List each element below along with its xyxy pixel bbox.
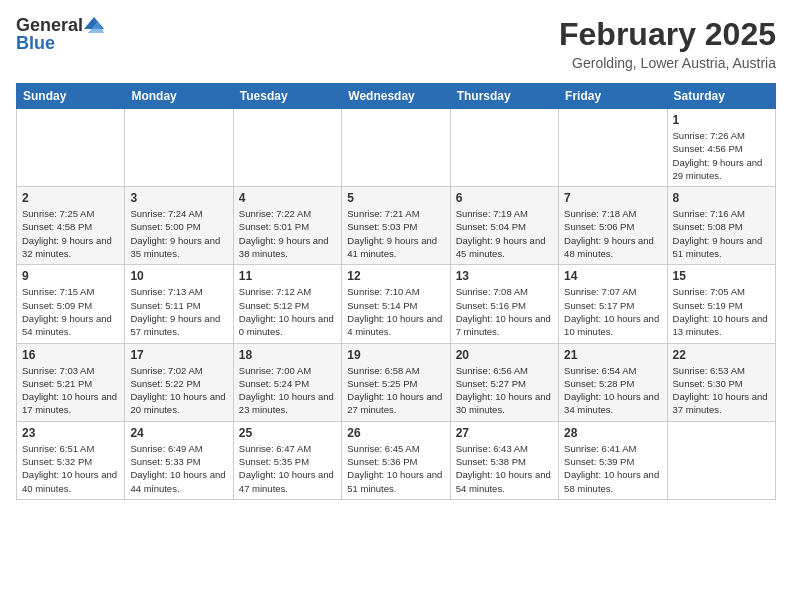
calendar-cell: 20Sunrise: 6:56 AM Sunset: 5:27 PM Dayli… — [450, 343, 558, 421]
calendar-cell: 27Sunrise: 6:43 AM Sunset: 5:38 PM Dayli… — [450, 421, 558, 499]
calendar-header-row: SundayMondayTuesdayWednesdayThursdayFrid… — [17, 84, 776, 109]
calendar-cell: 21Sunrise: 6:54 AM Sunset: 5:28 PM Dayli… — [559, 343, 667, 421]
page-header: General Blue February 2025 Gerolding, Lo… — [16, 16, 776, 71]
logo: General Blue — [16, 16, 104, 52]
column-header-tuesday: Tuesday — [233, 84, 341, 109]
column-header-sunday: Sunday — [17, 84, 125, 109]
calendar-cell: 3Sunrise: 7:24 AM Sunset: 5:00 PM Daylig… — [125, 187, 233, 265]
day-info: Sunrise: 7:07 AM Sunset: 5:17 PM Dayligh… — [564, 285, 661, 338]
day-number: 27 — [456, 426, 553, 440]
calendar-cell: 17Sunrise: 7:02 AM Sunset: 5:22 PM Dayli… — [125, 343, 233, 421]
day-number: 15 — [673, 269, 770, 283]
day-info: Sunrise: 7:24 AM Sunset: 5:00 PM Dayligh… — [130, 207, 227, 260]
day-info: Sunrise: 6:58 AM Sunset: 5:25 PM Dayligh… — [347, 364, 444, 417]
calendar-cell: 18Sunrise: 7:00 AM Sunset: 5:24 PM Dayli… — [233, 343, 341, 421]
calendar-cell: 13Sunrise: 7:08 AM Sunset: 5:16 PM Dayli… — [450, 265, 558, 343]
calendar-week-row: 16Sunrise: 7:03 AM Sunset: 5:21 PM Dayli… — [17, 343, 776, 421]
calendar-cell: 2Sunrise: 7:25 AM Sunset: 4:58 PM Daylig… — [17, 187, 125, 265]
day-info: Sunrise: 7:19 AM Sunset: 5:04 PM Dayligh… — [456, 207, 553, 260]
day-number: 16 — [22, 348, 119, 362]
day-info: Sunrise: 6:41 AM Sunset: 5:39 PM Dayligh… — [564, 442, 661, 495]
calendar-cell: 26Sunrise: 6:45 AM Sunset: 5:36 PM Dayli… — [342, 421, 450, 499]
calendar-cell: 16Sunrise: 7:03 AM Sunset: 5:21 PM Dayli… — [17, 343, 125, 421]
day-info: Sunrise: 7:25 AM Sunset: 4:58 PM Dayligh… — [22, 207, 119, 260]
calendar-cell: 8Sunrise: 7:16 AM Sunset: 5:08 PM Daylig… — [667, 187, 775, 265]
calendar-cell: 28Sunrise: 6:41 AM Sunset: 5:39 PM Dayli… — [559, 421, 667, 499]
calendar-cell: 5Sunrise: 7:21 AM Sunset: 5:03 PM Daylig… — [342, 187, 450, 265]
month-year: February 2025 — [559, 16, 776, 53]
day-number: 26 — [347, 426, 444, 440]
calendar-cell: 10Sunrise: 7:13 AM Sunset: 5:11 PM Dayli… — [125, 265, 233, 343]
day-info: Sunrise: 6:56 AM Sunset: 5:27 PM Dayligh… — [456, 364, 553, 417]
calendar-cell — [125, 109, 233, 187]
calendar-cell: 15Sunrise: 7:05 AM Sunset: 5:19 PM Dayli… — [667, 265, 775, 343]
location: Gerolding, Lower Austria, Austria — [559, 55, 776, 71]
calendar-cell: 14Sunrise: 7:07 AM Sunset: 5:17 PM Dayli… — [559, 265, 667, 343]
calendar-table: SundayMondayTuesdayWednesdayThursdayFrid… — [16, 83, 776, 500]
day-info: Sunrise: 7:13 AM Sunset: 5:11 PM Dayligh… — [130, 285, 227, 338]
column-header-friday: Friday — [559, 84, 667, 109]
calendar-cell — [17, 109, 125, 187]
day-number: 14 — [564, 269, 661, 283]
day-info: Sunrise: 6:49 AM Sunset: 5:33 PM Dayligh… — [130, 442, 227, 495]
day-number: 8 — [673, 191, 770, 205]
day-info: Sunrise: 7:16 AM Sunset: 5:08 PM Dayligh… — [673, 207, 770, 260]
day-number: 2 — [22, 191, 119, 205]
day-info: Sunrise: 7:21 AM Sunset: 5:03 PM Dayligh… — [347, 207, 444, 260]
day-info: Sunrise: 6:54 AM Sunset: 5:28 PM Dayligh… — [564, 364, 661, 417]
day-info: Sunrise: 7:00 AM Sunset: 5:24 PM Dayligh… — [239, 364, 336, 417]
day-number: 7 — [564, 191, 661, 205]
day-info: Sunrise: 7:03 AM Sunset: 5:21 PM Dayligh… — [22, 364, 119, 417]
day-info: Sunrise: 7:08 AM Sunset: 5:16 PM Dayligh… — [456, 285, 553, 338]
day-number: 10 — [130, 269, 227, 283]
calendar-week-row: 2Sunrise: 7:25 AM Sunset: 4:58 PM Daylig… — [17, 187, 776, 265]
day-info: Sunrise: 6:51 AM Sunset: 5:32 PM Dayligh… — [22, 442, 119, 495]
logo-blue-text: Blue — [16, 34, 55, 52]
calendar-cell — [233, 109, 341, 187]
day-number: 13 — [456, 269, 553, 283]
day-number: 19 — [347, 348, 444, 362]
calendar-cell: 19Sunrise: 6:58 AM Sunset: 5:25 PM Dayli… — [342, 343, 450, 421]
day-number: 6 — [456, 191, 553, 205]
logo-icon — [84, 17, 104, 33]
calendar-cell: 24Sunrise: 6:49 AM Sunset: 5:33 PM Dayli… — [125, 421, 233, 499]
day-info: Sunrise: 7:15 AM Sunset: 5:09 PM Dayligh… — [22, 285, 119, 338]
day-info: Sunrise: 7:18 AM Sunset: 5:06 PM Dayligh… — [564, 207, 661, 260]
day-number: 4 — [239, 191, 336, 205]
day-number: 23 — [22, 426, 119, 440]
title-block: February 2025 Gerolding, Lower Austria, … — [559, 16, 776, 71]
calendar-week-row: 23Sunrise: 6:51 AM Sunset: 5:32 PM Dayli… — [17, 421, 776, 499]
calendar-cell: 7Sunrise: 7:18 AM Sunset: 5:06 PM Daylig… — [559, 187, 667, 265]
day-info: Sunrise: 6:47 AM Sunset: 5:35 PM Dayligh… — [239, 442, 336, 495]
calendar-cell: 12Sunrise: 7:10 AM Sunset: 5:14 PM Dayli… — [342, 265, 450, 343]
day-number: 9 — [22, 269, 119, 283]
column-header-thursday: Thursday — [450, 84, 558, 109]
day-info: Sunrise: 6:53 AM Sunset: 5:30 PM Dayligh… — [673, 364, 770, 417]
day-number: 18 — [239, 348, 336, 362]
day-number: 1 — [673, 113, 770, 127]
calendar-cell: 9Sunrise: 7:15 AM Sunset: 5:09 PM Daylig… — [17, 265, 125, 343]
calendar-cell — [342, 109, 450, 187]
logo-general-text: General — [16, 16, 83, 34]
day-info: Sunrise: 7:02 AM Sunset: 5:22 PM Dayligh… — [130, 364, 227, 417]
calendar-week-row: 1Sunrise: 7:26 AM Sunset: 4:56 PM Daylig… — [17, 109, 776, 187]
day-info: Sunrise: 6:43 AM Sunset: 5:38 PM Dayligh… — [456, 442, 553, 495]
calendar-week-row: 9Sunrise: 7:15 AM Sunset: 5:09 PM Daylig… — [17, 265, 776, 343]
column-header-monday: Monday — [125, 84, 233, 109]
calendar-cell: 22Sunrise: 6:53 AM Sunset: 5:30 PM Dayli… — [667, 343, 775, 421]
day-number: 3 — [130, 191, 227, 205]
calendar-cell: 25Sunrise: 6:47 AM Sunset: 5:35 PM Dayli… — [233, 421, 341, 499]
column-header-wednesday: Wednesday — [342, 84, 450, 109]
day-info: Sunrise: 7:22 AM Sunset: 5:01 PM Dayligh… — [239, 207, 336, 260]
calendar-cell — [559, 109, 667, 187]
column-header-saturday: Saturday — [667, 84, 775, 109]
calendar-cell — [450, 109, 558, 187]
day-info: Sunrise: 7:05 AM Sunset: 5:19 PM Dayligh… — [673, 285, 770, 338]
day-number: 24 — [130, 426, 227, 440]
day-number: 28 — [564, 426, 661, 440]
day-number: 17 — [130, 348, 227, 362]
day-number: 12 — [347, 269, 444, 283]
day-number: 5 — [347, 191, 444, 205]
day-info: Sunrise: 7:26 AM Sunset: 4:56 PM Dayligh… — [673, 129, 770, 182]
calendar-cell: 11Sunrise: 7:12 AM Sunset: 5:12 PM Dayli… — [233, 265, 341, 343]
